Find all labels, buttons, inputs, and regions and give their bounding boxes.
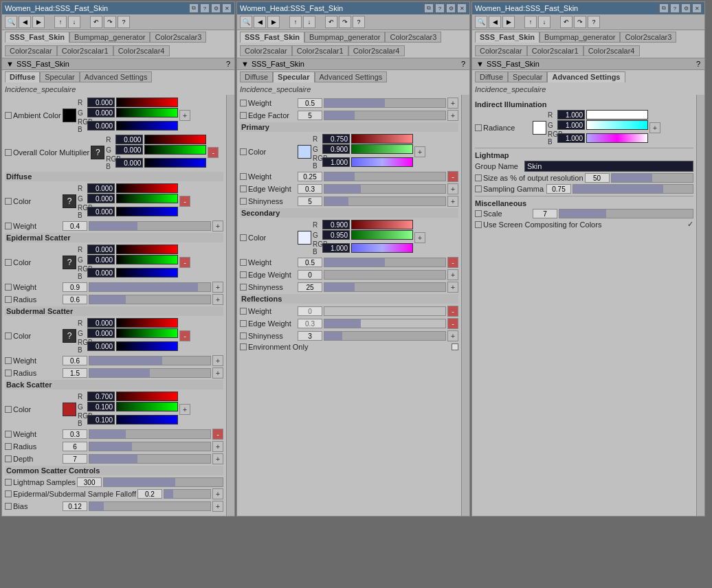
- bias-plus[interactable]: +: [212, 501, 223, 512]
- main-tab-advanced-1[interactable]: Advanced Settings: [80, 71, 153, 82]
- toolbar-help-2b[interactable]: ?: [353, 16, 365, 28]
- icon-settings-3[interactable]: ⚙: [681, 3, 691, 13]
- icon-help[interactable]: ?: [200, 3, 210, 13]
- diff-r-grad[interactable]: [116, 183, 178, 193]
- icon-close-1[interactable]: ✕: [222, 3, 232, 13]
- toolbar-zoom-3[interactable]: 🔍: [475, 16, 487, 28]
- refl-edge-val[interactable]: [298, 319, 322, 328]
- toolbar-up-2[interactable]: ↑: [289, 16, 302, 28]
- tab-color2s-2[interactable]: Color2scalar: [240, 45, 292, 56]
- spec-weight-bar[interactable]: [324, 98, 446, 108]
- refl-weight-minus[interactable]: -: [447, 306, 458, 317]
- epid-radius-check[interactable]: [5, 296, 12, 303]
- toolbar-help2[interactable]: ?: [118, 16, 130, 28]
- toolbar-down-2[interactable]: ↓: [303, 16, 315, 28]
- edge-factor-check[interactable]: [240, 112, 247, 119]
- tab-color2-2[interactable]: Color2scalar3: [385, 32, 441, 43]
- sec-weight-check[interactable]: [240, 259, 247, 266]
- subd-radius-plus[interactable]: +: [212, 368, 223, 378]
- sampling-gamma-check[interactable]: [475, 185, 482, 192]
- epid-color-check[interactable]: [5, 259, 12, 266]
- toolbar-next-3[interactable]: ▶: [502, 16, 515, 28]
- size-pct-check[interactable]: [475, 174, 482, 181]
- toolbar-redo-2[interactable]: ↷: [339, 16, 351, 28]
- toolbar-down-3[interactable]: ↓: [538, 16, 550, 28]
- env-only-box2[interactable]: [452, 343, 458, 350]
- subd-b-field[interactable]: [87, 341, 115, 351]
- toolbar-redo[interactable]: ↷: [104, 16, 116, 28]
- icon-settings-2[interactable]: ⚙: [446, 3, 456, 13]
- tab-sss-3[interactable]: SSS_Fast_Skin: [475, 32, 539, 43]
- icon-close-3[interactable]: ✕: [692, 3, 702, 13]
- ambient-r-field[interactable]: [87, 98, 115, 107]
- edge-factor-plus[interactable]: +: [447, 110, 458, 121]
- rad-r-grad[interactable]: [586, 110, 648, 120]
- toolbar-down[interactable]: ↓: [68, 16, 80, 28]
- back-radius-bar[interactable]: [89, 442, 211, 451]
- ambient-g-field[interactable]: [87, 108, 115, 117]
- tab-sss-2[interactable]: SSS_Fast_Skin: [240, 32, 304, 43]
- toolbar-undo-2[interactable]: ↶: [325, 16, 337, 28]
- back-depth-val[interactable]: [63, 454, 87, 464]
- sec-r-grad[interactable]: [351, 220, 413, 229]
- tab-color2s1-2[interactable]: Color2scalar1: [292, 45, 348, 56]
- prim-b-grad[interactable]: [351, 157, 413, 167]
- toolbar-next[interactable]: ▶: [32, 16, 45, 28]
- radiance-swatch[interactable]: [533, 121, 546, 135]
- scrollbar-2[interactable]: [461, 95, 469, 516]
- spec-weight-plus[interactable]: +: [447, 98, 458, 109]
- overall-r-grad[interactable]: [144, 135, 206, 144]
- sec-color-swatch[interactable]: [298, 231, 311, 245]
- ambient-check[interactable]: [5, 112, 12, 119]
- prim-edge-check[interactable]: [240, 185, 247, 192]
- refl-shiny-check[interactable]: [240, 332, 247, 339]
- toolbar-zoom-2[interactable]: 🔍: [240, 16, 252, 28]
- subd-b-grad[interactable]: [116, 341, 178, 351]
- toolbar-help-3b[interactable]: ?: [588, 16, 600, 28]
- overall-check[interactable]: [5, 149, 12, 156]
- sec-shiny-val[interactable]: [298, 282, 322, 292]
- subd-weight-check[interactable]: [5, 357, 12, 364]
- back-depth-plus[interactable]: +: [212, 453, 223, 464]
- icon-copy[interactable]: ⧉: [189, 3, 199, 13]
- toolbar-undo-3[interactable]: ↶: [560, 16, 572, 28]
- prim-shiny-val[interactable]: [298, 196, 322, 206]
- epid-radius-plus[interactable]: +: [212, 294, 223, 305]
- main-tab-specular-3[interactable]: Specular: [508, 71, 547, 82]
- scrollbar-1[interactable]: [226, 95, 234, 516]
- back-weight-minus[interactable]: -: [212, 429, 223, 440]
- overall-b-field[interactable]: [115, 158, 143, 168]
- subd-weight-val[interactable]: [63, 356, 87, 365]
- lightmap-samples-check[interactable]: [5, 479, 12, 486]
- radiance-plus[interactable]: +: [649, 122, 660, 133]
- back-g-grad[interactable]: [116, 402, 178, 411]
- refl-edge-check[interactable]: [240, 320, 247, 327]
- sampling-gamma-bar[interactable]: [572, 184, 693, 194]
- rad-b-field[interactable]: [557, 133, 585, 143]
- subd-g-grad[interactable]: [116, 328, 178, 338]
- falloff-bar[interactable]: [164, 489, 211, 499]
- diff-b-grad[interactable]: [116, 207, 178, 216]
- diff-g-grad[interactable]: [116, 194, 178, 203]
- prim-weight-bar[interactable]: [324, 172, 446, 181]
- subd-color-swatch[interactable]: ?: [63, 329, 76, 343]
- tab-color2s1-1[interactable]: Color2scalar1: [57, 45, 113, 56]
- sec-shiny-plus[interactable]: +: [447, 282, 458, 293]
- toolbar-prev-3[interactable]: ◀: [489, 16, 501, 28]
- epid-color-minus[interactable]: -: [179, 257, 190, 268]
- subd-radius-check[interactable]: [5, 370, 12, 376]
- refl-shiny-plus[interactable]: +: [447, 330, 458, 341]
- epid-r-grad[interactable]: [116, 245, 178, 254]
- prim-color-swatch[interactable]: [298, 145, 311, 159]
- prim-edge-val[interactable]: [298, 184, 322, 194]
- radiance-check[interactable]: [475, 124, 482, 131]
- falloff-check[interactable]: [5, 490, 12, 497]
- icon-copy-2[interactable]: ⧉: [424, 3, 434, 13]
- back-depth-bar[interactable]: [89, 454, 211, 464]
- sec-shiny-check[interactable]: [240, 284, 247, 291]
- tab-color2s4-1[interactable]: Color2scalar4: [113, 45, 170, 56]
- toolbar-undo[interactable]: ↶: [90, 16, 102, 28]
- epid-radius-bar[interactable]: [89, 295, 211, 304]
- scale-check[interactable]: [475, 210, 482, 217]
- diff-r-field[interactable]: [87, 183, 115, 193]
